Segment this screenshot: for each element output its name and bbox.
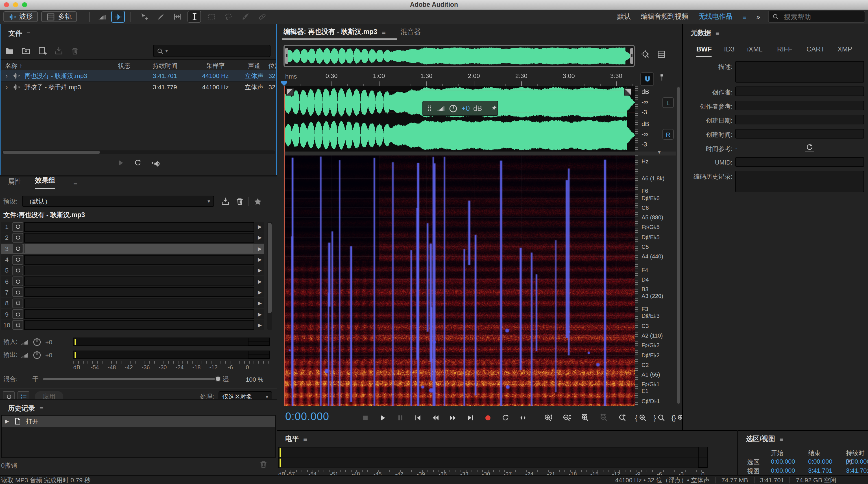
slot-effect-name[interactable] <box>24 255 254 264</box>
files-table-header[interactable]: 名称 ↑状态持续时间采样率声道位深度 <box>1 59 276 71</box>
slot-power-icon[interactable] <box>12 233 23 243</box>
column-header[interactable]: 持续时间 <box>139 60 191 70</box>
loop-playback-icon[interactable] <box>133 159 142 169</box>
play-button[interactable] <box>377 411 389 424</box>
column-header[interactable]: 名称 ↑ <box>1 60 118 70</box>
slip-tool[interactable] <box>170 11 184 23</box>
channel-right-button[interactable]: R <box>662 129 674 140</box>
effect-slot[interactable]: 1▶ <box>1 222 264 232</box>
slot-effect-name[interactable] <box>24 233 254 243</box>
zoom-selection-button[interactable]: {} <box>672 411 682 424</box>
zoom-in-vertical-button[interactable] <box>541 411 555 424</box>
slot-arrow-icon[interactable]: ▶ <box>255 257 264 262</box>
metadata-tab-ixml[interactable]: iXML <box>747 45 763 56</box>
effect-slot[interactable]: 2▶ <box>1 233 264 243</box>
workspace-menu-icon[interactable]: ≡ <box>743 13 746 20</box>
hud-gain-value[interactable]: +0 <box>461 104 470 113</box>
workspace-overflow-icon[interactable]: » <box>756 13 760 21</box>
slot-arrow-icon[interactable]: ▶ <box>255 268 264 274</box>
lasso-selection-tool[interactable] <box>221 11 235 23</box>
history-item[interactable]: ▶ 打开 <box>2 416 275 427</box>
new-file-icon[interactable] <box>38 46 47 55</box>
waveform-display-toggle[interactable] <box>95 11 109 23</box>
stop-button[interactable] <box>359 411 372 424</box>
editor-vertical-scrollbar[interactable] <box>677 86 681 406</box>
effect-slot[interactable]: 5▶ <box>1 265 264 276</box>
play-icon[interactable] <box>117 159 125 169</box>
panel-layout-icon[interactable] <box>657 50 666 59</box>
slot-power-icon[interactable] <box>12 266 23 275</box>
loop-playback-button[interactable] <box>499 411 512 424</box>
slot-arrow-icon[interactable]: ▶ <box>255 224 264 230</box>
workspace-radio-production[interactable]: 无线电作品 <box>699 12 733 22</box>
hud-grip-icon[interactable] <box>426 105 434 112</box>
timeline-ruler[interactable]: hms 0:301:001:302:002:303:003:30 <box>284 71 635 86</box>
metadata-tab-riff[interactable]: RIFF <box>777 45 792 56</box>
column-header[interactable]: 采样率 <box>191 60 240 70</box>
favorite-star-icon[interactable] <box>254 197 262 205</box>
column-header[interactable]: 位深度 <box>269 60 276 70</box>
zoom-in-point-button[interactable]: { <box>634 411 648 424</box>
editor-panel-menu-icon[interactable]: ≡ <box>382 28 386 36</box>
metadata-input[interactable] <box>735 115 864 124</box>
current-time-display[interactable]: 0:00.000 <box>285 410 329 423</box>
clear-history-icon[interactable] <box>259 460 268 469</box>
metadata-input[interactable] <box>735 101 864 110</box>
metadata-input[interactable] <box>735 129 864 139</box>
slot-effect-name[interactable] <box>24 287 254 297</box>
zoom-reset-button[interactable] <box>616 411 629 424</box>
fade-in-handle[interactable] <box>286 88 294 95</box>
effect-slot[interactable]: 10▶ <box>1 320 264 330</box>
skip-to-start-button[interactable] <box>412 411 424 424</box>
waveform-editor-button[interactable]: 波形 <box>3 11 38 22</box>
move-tool[interactable] <box>137 11 150 23</box>
expand-chevron-icon[interactable]: › <box>1 73 12 79</box>
zoom-out-point-button[interactable]: } <box>653 411 666 424</box>
output-gain-value[interactable]: +0 <box>45 351 52 358</box>
zoom-navigate-icon[interactable] <box>641 50 650 59</box>
column-header[interactable]: 声道 <box>240 60 268 70</box>
import-file-icon[interactable] <box>22 46 31 55</box>
reset-icon[interactable] <box>805 143 813 152</box>
tab-effects-rack[interactable]: 效果组 <box>35 176 55 189</box>
slot-arrow-icon[interactable]: ▶ <box>255 311 264 317</box>
input-gain-knob-icon[interactable] <box>32 337 42 347</box>
effect-slot[interactable]: 8▶ <box>1 298 264 308</box>
metadata-input[interactable] <box>735 61 864 83</box>
channel-divider[interactable]: ▼ <box>284 151 676 155</box>
selection-value[interactable]: 0:00.000 <box>846 458 868 465</box>
effect-slot[interactable]: 4▶ <box>1 254 264 265</box>
workspace-default[interactable]: 默认 <box>617 12 631 22</box>
skip-selection-button[interactable] <box>517 411 529 424</box>
paintbrush-selection-tool[interactable] <box>238 11 252 23</box>
slot-power-icon[interactable] <box>12 309 23 319</box>
spot-healing-brush-tool[interactable] <box>255 11 269 23</box>
selection-value[interactable]: 0:00.000 <box>808 458 832 465</box>
metadata-input[interactable] <box>735 171 864 192</box>
slot-power-icon[interactable] <box>12 287 23 297</box>
slot-power-icon[interactable] <box>12 255 23 264</box>
column-header[interactable]: 状态 <box>118 60 139 70</box>
help-search-input[interactable] <box>783 12 847 21</box>
effect-slot[interactable]: 3▶ <box>1 244 264 254</box>
workspace-edit-audio-to-video[interactable]: 编辑音频到视频 <box>641 12 688 22</box>
hud-gain-knob-icon[interactable] <box>448 104 458 113</box>
selection-value[interactable]: 3:41.701 <box>846 467 868 474</box>
save-icon[interactable] <box>54 46 63 55</box>
slot-arrow-icon[interactable]: ▶ <box>255 300 264 306</box>
selection-value[interactable]: 3:41.701 <box>808 467 832 474</box>
files-search-box[interactable]: ▾ <box>153 45 271 57</box>
save-preset-icon[interactable] <box>221 197 230 206</box>
zoom-in-horizontal-button[interactable] <box>578 411 592 424</box>
fast-forward-button[interactable] <box>447 411 459 424</box>
time-selection-tool[interactable] <box>187 11 201 23</box>
metadata-tab-xmp[interactable]: XMP <box>837 45 852 56</box>
metadata-input[interactable] <box>735 157 864 167</box>
effects-panel-menu-icon[interactable]: ≡ <box>73 181 78 189</box>
slot-effect-name[interactable] <box>24 277 254 286</box>
slot-effect-name[interactable] <box>24 298 254 308</box>
slot-power-icon[interactable] <box>12 320 23 330</box>
slot-effect-name[interactable] <box>24 320 254 330</box>
slot-power-icon[interactable] <box>12 244 23 253</box>
slot-effect-name[interactable] <box>24 222 254 231</box>
